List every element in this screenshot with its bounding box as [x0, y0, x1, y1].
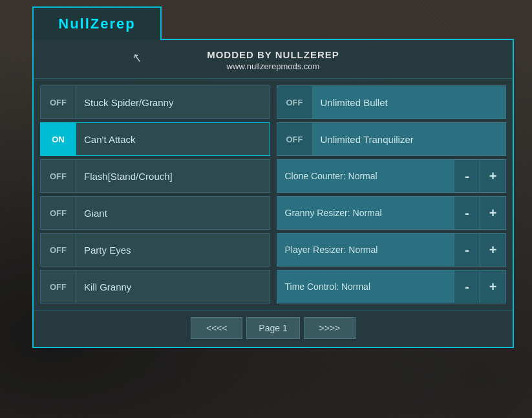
counter-clone-label: Clone Counter: Normal	[277, 171, 454, 181]
content-area: OFF Stuck Spider/Granny ON Can't Attack …	[34, 79, 513, 310]
nav-bar: <<<< Page 1 >>>>	[34, 310, 513, 347]
toggle-flash[interactable]: OFF Flash[Stand/Crouch]	[40, 159, 270, 193]
toggle-stuck-spider-label: Stuck Spider/Granny	[76, 97, 181, 108]
header-modded-by: MODDED BY NULLZEREP	[40, 49, 506, 60]
counter-time-control-minus[interactable]: -	[454, 270, 480, 303]
prev-button[interactable]: <<<<	[191, 317, 242, 339]
toggle-party-eyes-btn[interactable]: OFF	[41, 234, 76, 266]
counter-granny-resizer-plus[interactable]: +	[480, 197, 505, 229]
toggle-flash-btn[interactable]: OFF	[41, 160, 76, 192]
counter-granny-resizer: Granny Resizer: Normal - +	[277, 196, 507, 230]
toggle-kill-granny-label: Kill Granny	[76, 281, 139, 292]
app-title: NullZerep	[58, 16, 135, 32]
toggle-cant-attack-label: Can't Attack	[76, 134, 144, 145]
title-tab: NullZerep	[32, 6, 162, 40]
counter-clone-minus[interactable]: -	[454, 160, 480, 192]
counter-clone: Clone Counter: Normal - +	[277, 159, 507, 193]
toggle-unlimited-tranquilizer-btn[interactable]: OFF	[277, 123, 313, 155]
toggle-unlimited-bullet-label: Unlimited Bullet	[313, 97, 396, 108]
counter-player-resizer-plus[interactable]: +	[480, 234, 505, 266]
counter-time-control: Time Control: Normal - +	[277, 270, 507, 303]
counter-player-resizer-minus[interactable]: -	[454, 234, 480, 266]
counter-player-resizer-label: Player Resizer: Normal	[277, 245, 454, 255]
toggle-giant[interactable]: OFF Giant	[40, 196, 270, 230]
main-panel: MODDED BY NULLZEREP www.nullzerepmods.co…	[32, 39, 514, 348]
toggle-kill-granny[interactable]: OFF Kill Granny	[40, 270, 270, 303]
header-url: www.nullzerepmods.com	[40, 61, 506, 71]
toggle-flash-label: Flash[Stand/Crouch]	[76, 171, 180, 182]
toggle-kill-granny-btn[interactable]: OFF	[41, 270, 76, 303]
toggle-unlimited-bullet[interactable]: OFF Unlimited Bullet	[277, 85, 507, 119]
counter-granny-resizer-label: Granny Resizer: Normal	[277, 208, 454, 218]
toggle-giant-btn[interactable]: OFF	[41, 197, 76, 229]
counter-time-control-plus[interactable]: +	[480, 270, 505, 303]
header: MODDED BY NULLZEREP www.nullzerepmods.co…	[34, 40, 513, 79]
counter-player-resizer: Player Resizer: Normal - +	[277, 233, 507, 267]
right-column: OFF Unlimited Bullet OFF Unlimited Tranq…	[277, 85, 507, 303]
toggle-cant-attack-btn[interactable]: ON	[41, 123, 76, 155]
next-button[interactable]: >>>>	[304, 317, 356, 339]
counter-time-control-label: Time Control: Normal	[277, 281, 454, 292]
toggle-party-eyes-label: Party Eyes	[76, 245, 139, 256]
toggle-stuck-spider[interactable]: OFF Stuck Spider/Granny	[40, 85, 270, 119]
counter-granny-resizer-minus[interactable]: -	[454, 197, 480, 229]
toggle-giant-label: Giant	[76, 208, 115, 219]
toggle-cant-attack[interactable]: ON Can't Attack	[40, 122, 270, 156]
counter-clone-plus[interactable]: +	[480, 160, 505, 192]
toggle-unlimited-bullet-btn[interactable]: OFF	[277, 86, 313, 118]
page-indicator: Page 1	[246, 317, 299, 339]
toggle-stuck-spider-btn[interactable]: OFF	[41, 86, 76, 118]
toggle-party-eyes[interactable]: OFF Party Eyes	[40, 233, 270, 267]
toggle-unlimited-tranquilizer[interactable]: OFF Unlimited Tranquilizer	[277, 122, 507, 156]
toggle-unlimited-tranquilizer-label: Unlimited Tranquilizer	[313, 134, 421, 145]
left-column: OFF Stuck Spider/Granny ON Can't Attack …	[40, 85, 270, 303]
